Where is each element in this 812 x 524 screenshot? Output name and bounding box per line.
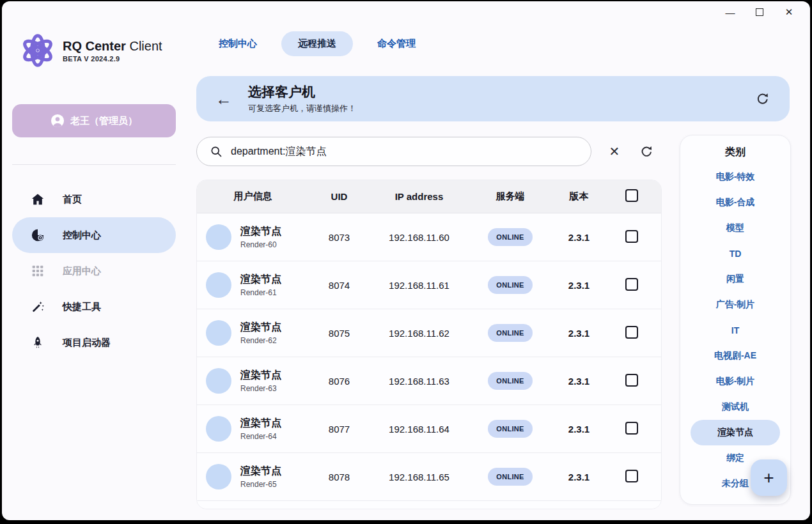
category-item[interactable]: 广告-制片 [691, 292, 780, 318]
category-item[interactable]: 渲染节点 [691, 420, 780, 445]
sidebar-item-app-center[interactable]: 应用中心 [12, 253, 176, 289]
client-ip: 192.168.11.64 [370, 424, 469, 435]
client-name: 渲染节点 [240, 465, 281, 478]
category-item[interactable]: IT [691, 318, 780, 343]
client-avatar [206, 272, 231, 298]
page-subtitle: 可复选客户机，请谨慎操作！ [248, 103, 356, 114]
plus-icon: + [763, 468, 774, 488]
client-hostname: Render-64 [240, 432, 281, 441]
top-tabs: 控制中心 远程推送 命令管理 [202, 31, 432, 56]
table-row[interactable]: 渲染节点 Render-62 8075 192.168.11.62 ONLINE… [197, 309, 661, 357]
app-window: — ✕ RQ Center Client BETA V [2, 1, 810, 520]
maximize-icon [756, 8, 763, 16]
client-ip: 192.168.11.61 [370, 280, 469, 291]
col-header-server: 服务端 [469, 190, 552, 203]
row-checkbox[interactable] [625, 422, 638, 435]
client-ip: 192.168.11.60 [370, 232, 469, 243]
row-checkbox[interactable] [625, 230, 638, 243]
table-footer-sliver [197, 501, 661, 509]
client-name: 渲染节点 [240, 273, 281, 286]
category-item[interactable]: TD [691, 241, 780, 266]
client-avatar [206, 464, 231, 489]
row-checkbox[interactable] [625, 374, 638, 387]
col-header-uid: UID [309, 191, 370, 202]
row-checkbox[interactable] [625, 278, 638, 291]
table-row[interactable]: 渲染节点 Render-64 8077 192.168.11.64 ONLINE… [197, 405, 661, 453]
tab-command-management[interactable]: 命令管理 [361, 31, 432, 56]
search-refresh-button[interactable] [637, 142, 656, 161]
search-box[interactable] [196, 137, 591, 166]
client-uid: 8076 [309, 376, 370, 387]
tab-control-center[interactable]: 控制中心 [202, 31, 274, 56]
client-uid: 8074 [309, 280, 370, 291]
category-item[interactable]: 闲置 [691, 266, 780, 292]
table-row[interactable]: 渲染节点 Render-65 8078 192.168.11.65 ONLINE… [197, 453, 661, 501]
sidebar-item-quick-tools[interactable]: 快捷工具 [12, 289, 176, 325]
table-header-row: 用户信息 UID IP address 服务端 版本 [197, 180, 661, 213]
sidebar-divider [12, 164, 176, 165]
maximize-button[interactable] [745, 3, 774, 22]
categories-panel: 类别 电影-特效 电影-合成 模型 TD 闲置 广告-制片 IT 电视剧-AE … [680, 135, 791, 505]
select-all-checkbox[interactable] [625, 189, 638, 202]
client-version: 2.3.1 [552, 232, 606, 243]
client-uid: 8078 [309, 472, 370, 482]
tab-remote-push[interactable]: 远程推送 [281, 31, 353, 56]
row-checkbox[interactable] [625, 326, 638, 339]
main-content: 控制中心 远程推送 命令管理 ← 选择客户机 可复选客户机，请谨慎操作！ [187, 23, 810, 520]
client-version: 2.3.1 [552, 280, 606, 291]
close-button[interactable]: ✕ [774, 3, 804, 22]
client-uid: 8077 [309, 424, 370, 435]
add-button[interactable]: + [751, 459, 787, 496]
category-item[interactable]: 电影-特效 [691, 164, 780, 190]
left-sidebar: RQ Center Client BETA V 2024.2.9 老王（管理员）… [2, 23, 187, 520]
status-badge: ONLINE [488, 228, 532, 246]
table-row[interactable]: 渲染节点 Render-60 8073 192.168.11.60 ONLINE… [197, 213, 661, 261]
client-ip: 192.168.11.63 [370, 376, 469, 387]
app-title: RQ Center Client [63, 39, 162, 54]
sidebar-nav: 首页 控制中心 [12, 181, 176, 360]
client-table: 用户信息 UID IP address 服务端 版本 渲染节点 Render-6… [196, 180, 662, 509]
clear-search-button[interactable]: ✕ [605, 142, 624, 161]
minimize-button[interactable]: — [715, 3, 745, 22]
client-hostname: Render-61 [240, 288, 281, 297]
category-item[interactable]: 电视剧-AE [691, 343, 780, 369]
magic-wand-icon [30, 299, 45, 314]
client-hostname: Render-60 [240, 240, 281, 249]
page-header: ← 选择客户机 可复选客户机，请谨慎操作！ [196, 76, 790, 121]
app-logo: RQ Center Client BETA V 2024.2.9 [19, 32, 162, 69]
clear-icon: ✕ [609, 144, 620, 159]
col-header-user: 用户信息 [197, 190, 309, 203]
sidebar-item-label: 控制中心 [63, 229, 101, 242]
client-avatar [206, 224, 231, 250]
sidebar-item-project-launcher[interactable]: 项目启动器 [12, 325, 176, 360]
row-checkbox[interactable] [625, 470, 638, 482]
category-item[interactable]: 电影-制片 [691, 369, 780, 394]
category-item[interactable]: 测试机 [691, 394, 780, 420]
rocket-icon [30, 335, 45, 350]
client-uid: 8075 [309, 328, 370, 339]
header-refresh-button[interactable] [755, 91, 770, 107]
category-item[interactable]: 模型 [691, 215, 780, 241]
status-badge: ONLINE [488, 324, 532, 342]
client-version: 2.3.1 [552, 376, 606, 387]
back-button[interactable]: ← [215, 91, 232, 107]
sidebar-item-label: 项目启动器 [63, 337, 111, 349]
client-version: 2.3.1 [552, 328, 606, 339]
titlebar: — ✕ [2, 1, 810, 23]
sidebar-item-home[interactable]: 首页 [12, 181, 176, 217]
sidebar-item-label: 应用中心 [63, 265, 101, 277]
user-badge[interactable]: 老王（管理员） [12, 104, 176, 137]
refresh-icon [755, 91, 770, 107]
minimize-icon: — [726, 7, 735, 18]
categories-title: 类别 [680, 146, 790, 159]
table-row[interactable]: 渲染节点 Render-61 8074 192.168.11.61 ONLINE… [197, 261, 661, 309]
client-avatar [206, 320, 231, 346]
sidebar-item-control-center[interactable]: 控制中心 [12, 217, 176, 253]
table-row[interactable]: 渲染节点 Render-63 8076 192.168.11.63 ONLINE… [197, 357, 661, 405]
client-version: 2.3.1 [552, 472, 606, 482]
refresh-icon [639, 144, 654, 159]
client-ip: 192.168.11.62 [370, 328, 469, 339]
category-item[interactable]: 电影-合成 [691, 190, 780, 215]
search-input[interactable] [231, 146, 538, 157]
user-avatar-icon [51, 114, 65, 128]
